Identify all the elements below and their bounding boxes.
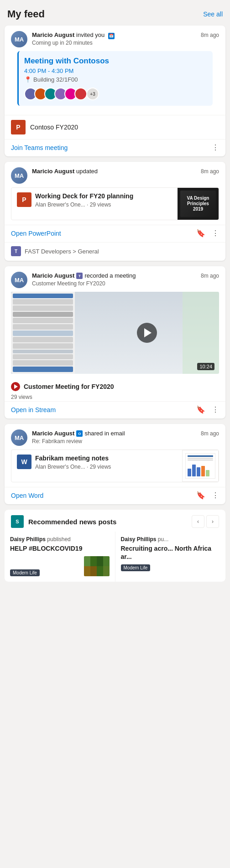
news-navigation: ‹ › (192, 515, 219, 528)
stream-play-icon (14, 384, 18, 389)
meeting-action-icons: ⋮ (212, 143, 219, 152)
video-panel-row (13, 324, 73, 330)
mc-pixel (90, 566, 97, 576)
news-header-left: S Recommended news posts (11, 515, 116, 528)
location-text: Building 32/1F00 (33, 76, 78, 83)
video-more-options-icon[interactable]: ⋮ (212, 405, 219, 414)
video-card-header: MA Maricio August T recorded a meeting C… (5, 266, 225, 292)
meeting-location: 📍 Building 32/1F00 (24, 76, 207, 83)
doc-thumbnail: VA Design Principles 2019 (178, 188, 219, 220)
thumb-line1: VA Design (187, 196, 209, 201)
open-word-link[interactable]: Open Word (11, 492, 43, 499)
open-in-stream-link[interactable]: Open in Stream (11, 406, 56, 413)
video-actor-line: Maricio August T recorded a meeting (32, 272, 196, 280)
doc-card-header: MA Maricio August updated 8m ago (5, 162, 225, 187)
news-image-row-2: Modern Life (121, 564, 220, 571)
news-headline-2[interactable]: Recruiting acro... North Africa ar... (121, 544, 220, 561)
video-panel-row (13, 331, 73, 336)
word-more-options-icon[interactable]: ⋮ (212, 491, 219, 500)
news-image-1 (84, 556, 110, 576)
news-author-name-2: Daisy Phillips (121, 536, 157, 542)
video-panel-row (13, 360, 73, 366)
news-author-name-1: Daisy Phillips (10, 536, 46, 542)
email-card-info: Maricio August O shared in email Re: Fab… (32, 429, 196, 444)
news-tag-1[interactable]: Modern Life (10, 569, 40, 576)
news-next-button[interactable]: › (206, 515, 219, 528)
channel-name: FAST Developers > General (25, 248, 99, 255)
email-actor-name: Maricio August (32, 429, 74, 438)
word-action-icons: 🔖 ⋮ (196, 491, 219, 500)
outlook-small-icon: O (76, 430, 83, 437)
doc-actor-name: Maricio August (32, 168, 74, 175)
video-actor-name: Maricio August (32, 272, 74, 280)
thumb-line3: 2019 (193, 207, 203, 212)
video-panel-row (13, 312, 73, 317)
meeting-file-row: P Contoso FY2020 (5, 115, 225, 139)
video-time-ago: 8m ago (201, 272, 219, 279)
video-bookmark-icon[interactable]: 🔖 (196, 405, 205, 414)
news-title: Recommended news posts (28, 518, 116, 526)
play-button[interactable] (137, 323, 157, 343)
calendar-icon: 📅 (108, 33, 115, 39)
word-doc-text: Fabrikam meeting notes Alan Brewer's One… (35, 455, 111, 470)
actor-line: Maricio August invited you 📅 (32, 31, 196, 39)
video-panel-row (13, 343, 73, 349)
word-chart-bar2 (192, 465, 196, 476)
email-actor-action: shared in email (84, 429, 125, 438)
word-chart-bar3 (197, 467, 200, 476)
word-file-icon: W (17, 455, 31, 469)
stream-icon (11, 382, 20, 391)
meeting-details: Meeting with Contosos 4:00 PM - 4:30 PM … (17, 51, 213, 106)
video-panel-row (13, 299, 73, 305)
meeting-card-actions: Join Teams meeting ⋮ (5, 139, 225, 156)
sharepoint-icon: S (11, 515, 24, 528)
video-panel-row (13, 318, 73, 323)
avatar: MA (11, 31, 27, 47)
word-thumb-line1 (188, 455, 213, 457)
word-chart-bar5 (206, 470, 209, 477)
news-prev-button[interactable]: ‹ (192, 515, 204, 528)
teams-channel-icon: T (11, 246, 21, 256)
video-panel-row (13, 294, 73, 298)
video-card-actions: Open in Stream 🔖 ⋮ (5, 401, 225, 418)
word-doc-thumbnail (182, 450, 219, 482)
word-doc-content: W Fabrikam meeting notes Alan Brewer's O… (11, 450, 219, 482)
doc-actor-action: updated (76, 168, 98, 175)
location-icon: 📍 (24, 76, 31, 83)
word-chart-bar4 (201, 466, 205, 476)
email-actor-line: Maricio August O shared in email (32, 429, 196, 438)
actor-action: invited you (76, 31, 105, 38)
doc-title: Working Deck for FY20 planning (35, 192, 133, 200)
more-options-icon[interactable]: ⋮ (212, 143, 219, 152)
attendee-extra-count: +3 (86, 88, 99, 100)
open-powerpoint-link[interactable]: Open PowerPoint (11, 230, 61, 237)
doc-more-options-icon[interactable]: ⋮ (212, 229, 219, 238)
play-icon (144, 328, 152, 337)
mc-pixel (97, 556, 103, 566)
word-thumb-inner (185, 453, 215, 479)
teams-small-icon: T (76, 273, 83, 279)
meeting-time-range: 4:00 PM - 4:30 PM (24, 67, 207, 74)
actor-name: Maricio August (32, 31, 74, 38)
join-teams-meeting-link[interactable]: Join Teams meeting (11, 144, 68, 151)
video-preview[interactable]: 10:24 (11, 292, 219, 374)
news-tag-2[interactable]: Modern Life (121, 564, 151, 571)
minecraft-image (84, 556, 110, 576)
meeting-subline: Coming up in 20 minutes (32, 40, 196, 46)
video-actor-action: recorded a meeting (84, 272, 136, 280)
bookmark-icon[interactable]: 🔖 (196, 229, 205, 238)
mc-pixel (90, 556, 97, 566)
attendees-row: +3 (24, 88, 207, 100)
video-panel-row (13, 367, 73, 372)
news-author-2: Daisy Phillips pu... (121, 536, 220, 542)
word-bookmark-icon[interactable]: 🔖 (196, 491, 205, 500)
video-play-overlay (75, 292, 219, 374)
doc-meta: Alan Brewer's One... · 29 views (35, 202, 133, 208)
word-thumb-line3 (188, 460, 213, 460)
news-headline-1[interactable]: HELP #BLOCKCOVID19 (10, 544, 110, 553)
video-panel-row (13, 337, 73, 342)
word-card-actions: Open Word 🔖 ⋮ (5, 487, 225, 504)
news-item-1: Daisy Phillips published HELP #BLOCKCOVI… (5, 532, 115, 582)
see-all-link[interactable]: See all (203, 10, 223, 18)
doc-update-card: MA Maricio August updated 8m ago P Worki… (5, 162, 225, 261)
